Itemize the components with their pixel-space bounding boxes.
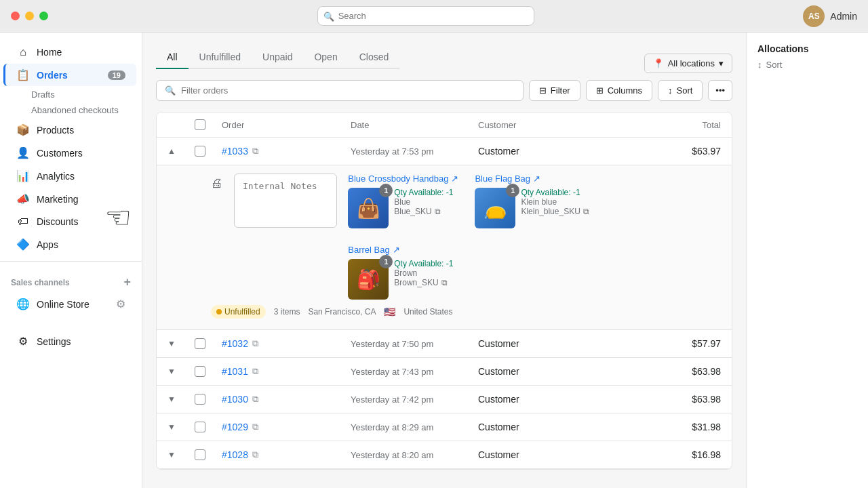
product-link-barrel[interactable]: Barrel Bag ↗: [348, 245, 399, 255]
expand-btn-1031[interactable]: ▼: [167, 367, 189, 376]
maximize-btn[interactable]: [39, 12, 48, 20]
copy-sku-icon-2[interactable]: ⧉: [583, 207, 589, 216]
copy-sku-icon-3[interactable]: ⧉: [441, 278, 448, 287]
checkbox-1033[interactable]: [195, 146, 205, 157]
order-number-1032: #1032 ⧉: [222, 338, 345, 349]
checkbox-1028[interactable]: [195, 449, 205, 460]
customers-icon: 👤: [16, 146, 30, 159]
product-img-wrap-1: 👜 1: [348, 188, 389, 228]
search-area: 🔍: [54, 6, 797, 26]
admin-name: Admin: [830, 11, 857, 22]
product-color-2: Klein blue: [521, 197, 589, 207]
checkbox-1031[interactable]: [195, 366, 205, 377]
avatar: AS: [803, 5, 825, 27]
tab-closed[interactable]: Closed: [349, 46, 400, 69]
order-row-1032[interactable]: ▼ #1032 ⧉ Yesterday at 7:50 pm Customer …: [157, 330, 732, 358]
select-all-checkbox[interactable]: [195, 119, 205, 130]
columns-button[interactable]: ⊞ Columns: [586, 80, 652, 101]
sidebar-label-customers: Customers: [37, 148, 83, 159]
minimize-btn[interactable]: [25, 12, 34, 20]
order-meta-1033: Unfulfilled 3 items San Francisco, CA 🇺🇸…: [211, 305, 677, 319]
allocations-title: Allocations: [757, 43, 857, 54]
sort-row[interactable]: ↕ Sort: [757, 60, 857, 70]
checkbox-1029[interactable]: [195, 422, 205, 432]
add-sales-channel-btn[interactable]: +: [123, 275, 131, 289]
tab-open[interactable]: Open: [303, 46, 348, 69]
home-icon: ⌂: [16, 46, 30, 58]
sidebar-sub-drafts[interactable]: Drafts: [0, 87, 142, 102]
order-date-1033: Yesterday at 7:53 pm: [351, 146, 473, 157]
order-number-1033: #1033 ⧉: [222, 146, 345, 157]
order-customer-1030: Customer: [478, 394, 614, 405]
product-img-wrap-3: 🎒 1: [348, 259, 389, 300]
sidebar-item-analytics[interactable]: 📊 Analytics: [5, 165, 136, 187]
close-btn[interactable]: [11, 12, 20, 20]
sidebar-item-online-store[interactable]: 🌐 Online Store ⚙: [5, 293, 136, 315]
toolbar: 🔍 ⊟ Filter ⊞ Columns ↕ Sort •••: [156, 80, 732, 101]
sort-icon: ↕: [668, 85, 673, 96]
product-details-2: Qty Available: -1 Klein blue Klein_blue_…: [521, 188, 589, 216]
sidebar-item-orders[interactable]: 📋 Orders 19: [3, 64, 136, 86]
expand-btn-1029[interactable]: ▼: [167, 422, 189, 432]
qty-badge-3: 1: [379, 255, 393, 268]
copy-order-1030[interactable]: ⧉: [252, 394, 258, 405]
sidebar-item-customers[interactable]: 👤 Customers: [5, 142, 136, 164]
products-row-1033: Blue Crossbody Handbag ↗ 👜 1: [348, 174, 677, 300]
tab-unpaid[interactable]: Unpaid: [252, 46, 303, 69]
copy-sku-icon-1[interactable]: ⧉: [435, 207, 441, 216]
order-number-1031: #1031 ⧉: [222, 366, 345, 377]
internal-notes-1033[interactable]: [234, 174, 337, 228]
order-customer-1033: Customer: [478, 146, 614, 157]
order-row-1029[interactable]: ▼ #1029 ⧉ Yesterday at 8:29 am Customer …: [157, 413, 732, 441]
sidebar-label-apps: Apps: [37, 239, 58, 250]
more-button[interactable]: •••: [708, 80, 732, 101]
order-col-header: Order: [222, 120, 345, 130]
checkbox-1032[interactable]: [195, 338, 205, 349]
sidebar-item-home[interactable]: ⌂ Home: [5, 41, 136, 63]
expanded-content-1033: 🖨 Blue Crossbody Handbag ↗: [211, 174, 677, 300]
main-content: All Unfulfilled Unpaid Open Closed 📍 All…: [142, 33, 746, 488]
location-dropdown[interactable]: 📍 All locations ▾: [644, 54, 732, 73]
copy-order-1029[interactable]: ⧉: [252, 422, 258, 432]
expand-btn-1033[interactable]: ▲: [167, 146, 189, 156]
qty-badge-2: 1: [506, 184, 519, 197]
filter-button[interactable]: ⊟ Filter: [529, 80, 580, 101]
order-row-main-1033[interactable]: ▲ #1033 ⧉ Yesterday at 7:53 pm Customer …: [157, 138, 732, 165]
sidebar-item-settings[interactable]: ⚙ Settings: [5, 330, 136, 352]
sort-button[interactable]: ↕ Sort: [658, 80, 703, 101]
search-input[interactable]: [317, 6, 534, 26]
order-row-1030[interactable]: ▼ #1030 ⧉ Yesterday at 7:42 pm Customer …: [157, 386, 732, 413]
copy-order-1033[interactable]: ⧉: [252, 146, 258, 157]
filter-orders-input[interactable]: [181, 85, 515, 96]
sidebar-item-discounts[interactable]: 🏷 Discounts: [5, 211, 136, 232]
checkbox-1030[interactable]: [195, 394, 205, 405]
product-link-blue-crossbody[interactable]: Blue Crossbody Handbag ↗: [348, 174, 458, 184]
order-total-1029: $31.98: [619, 422, 721, 432]
copy-order-1032[interactable]: ⧉: [252, 338, 258, 349]
expand-btn-1030[interactable]: ▼: [167, 394, 189, 404]
external-link-icon-3: ↗: [393, 245, 400, 255]
sidebar-item-apps[interactable]: 🔷 Apps: [5, 233, 136, 256]
sidebar-label-settings: Settings: [37, 336, 71, 347]
sidebar-sub-abandoned[interactable]: Abandoned checkouts: [0, 102, 142, 118]
tab-unfulfilled[interactable]: Unfulfilled: [189, 46, 252, 69]
order-row-1031[interactable]: ▼ #1031 ⧉ Yesterday at 7:43 pm Customer …: [157, 358, 732, 386]
copy-order-1031[interactable]: ⧉: [252, 366, 258, 377]
print-button-1033[interactable]: 🖨: [211, 176, 223, 190]
online-store-settings-icon[interactable]: ⚙: [116, 298, 125, 310]
apps-icon: 🔷: [16, 238, 30, 251]
orders-badge: 19: [108, 70, 125, 80]
orders-icon: 📋: [16, 68, 30, 81]
flag-icon-1033: 🇺🇸: [384, 306, 395, 317]
product-link-blue-flag[interactable]: Blue Flag Bag ↗: [475, 174, 540, 184]
sidebar-item-marketing[interactable]: 📣 Marketing: [5, 188, 136, 210]
tab-all[interactable]: All: [156, 46, 189, 69]
expand-btn-1032[interactable]: ▼: [167, 339, 189, 348]
expand-btn-1028[interactable]: ▼: [167, 450, 189, 460]
order-number-1029: #1029 ⧉: [222, 422, 345, 432]
order-number-1028: #1028 ⧉: [222, 449, 345, 460]
sidebar-item-products[interactable]: 📦 Products: [5, 119, 136, 141]
order-row-1028[interactable]: ▼ #1028 ⧉ Yesterday at 8:20 am Customer …: [157, 441, 732, 469]
copy-order-1028[interactable]: ⧉: [252, 449, 258, 460]
customer-col-header: Customer: [478, 120, 614, 130]
